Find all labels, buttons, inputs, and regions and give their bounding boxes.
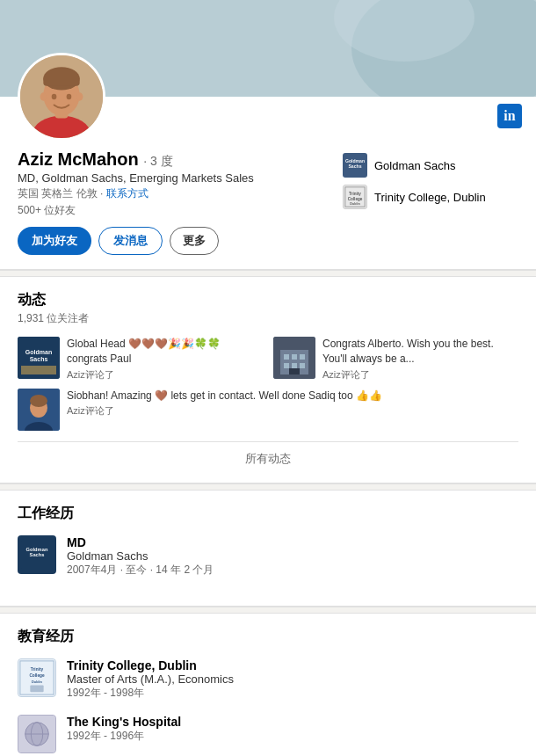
activity-text-1: Global Head 🤎🤎🤎🎉🎉🍀🍀 congrats Paul Aziz评论…	[67, 337, 263, 382]
svg-point-12	[76, 92, 83, 100]
edu-school-1: Trinity College, Dublin	[67, 658, 518, 672]
see-all-activity: 所有动态	[18, 441, 518, 469]
degree-badge: · 3 度	[143, 154, 172, 168]
experience-section: 工作经历 Goldman Sachs MD Goldman Sachs 2007…	[0, 491, 536, 607]
edu-degree-1: Master of Arts (M.A.), Economics	[67, 672, 518, 686]
company-gs[interactable]: Goldman Sachs Goldman Sachs	[343, 153, 518, 178]
section-divider-2	[0, 483, 536, 491]
activity-item-3[interactable]: Siobhan! Amazing 🤎 lets get in contact. …	[18, 389, 518, 431]
edu-years-2: 1992年 - 1996年	[67, 729, 518, 744]
exp-duration-1: 2007年4月 · 至今 · 14 年 2 个月	[67, 563, 518, 578]
gs-company-name: Goldman Sachs	[374, 159, 456, 172]
svg-text:College: College	[348, 197, 363, 201]
svg-rect-8	[43, 76, 79, 86]
edu-item-2[interactable]: The King's Hospital 1992年 - 1996年	[18, 715, 518, 753]
edu-details-1: Trinity College, Dublin Master of Arts (…	[67, 658, 518, 701]
svg-rect-29	[300, 354, 305, 360]
tc-logo: Trinity College Dublin	[343, 185, 367, 209]
svg-point-11	[40, 92, 47, 100]
company-trinity[interactable]: Trinity College Dublin Trinity College, …	[343, 185, 518, 209]
svg-rect-31	[292, 363, 297, 368]
education-title: 教育经历	[18, 628, 518, 646]
profile-location: 英国 英格兰 伦敦 · 联系方式	[18, 186, 343, 201]
activity-text-2: Congrats Alberto. Wish you the best. You…	[322, 337, 518, 382]
svg-text:Trinity: Trinity	[31, 667, 44, 672]
activity-followers: 1,931 位关注者	[18, 311, 518, 326]
profile-title: MD, Goldman Sachs, Emerging Markets Sale…	[18, 171, 343, 185]
more-button[interactable]: 更多	[170, 227, 219, 255]
connections-count: 500+ 位好友	[18, 203, 343, 218]
exp-company-1: Goldman Sachs	[67, 549, 518, 563]
activity-meta-3: Aziz评论了	[67, 404, 518, 418]
activity-content-2: Congrats Alberto. Wish you the best. You…	[322, 337, 518, 367]
svg-rect-32	[300, 363, 305, 368]
activity-title: 动态	[18, 291, 518, 309]
linkedin-icon: in	[497, 104, 522, 128]
svg-point-37	[30, 395, 47, 407]
tc-company-name: Trinity College, Dublin	[374, 191, 486, 204]
svg-text:Sachs: Sachs	[348, 164, 361, 169]
section-divider-3	[0, 607, 536, 614]
edu-school-2: The King's Hospital	[67, 715, 518, 729]
activity-content-3: Siobhan! Amazing 🤎 lets get in contact. …	[67, 389, 518, 403]
profile-card: in Aziz McMahon · 3 度 MD, Goldman Sachs,…	[0, 97, 536, 270]
svg-rect-30	[284, 363, 289, 368]
svg-text:Trinity: Trinity	[349, 192, 361, 196]
svg-text:Dublin: Dublin	[32, 680, 42, 683]
exp-role-1: MD	[67, 535, 518, 549]
avatar	[18, 53, 105, 141]
exp-item-1[interactable]: Goldman Sachs MD Goldman Sachs 2007年4月 ·…	[18, 535, 518, 578]
edu-years-1: 1992年 - 1998年	[67, 686, 518, 701]
activity-text-3: Siobhan! Amazing 🤎 lets get in contact. …	[67, 389, 518, 418]
activity-content-1: Global Head 🤎🤎🤎🎉🎉🍀🍀 congrats Paul	[67, 337, 263, 367]
svg-text:Goldman: Goldman	[26, 547, 48, 552]
edu-item-1[interactable]: Trinity College Dublin Trinity College, …	[18, 658, 518, 701]
svg-text:College: College	[29, 673, 45, 678]
svg-rect-27	[284, 354, 289, 360]
edu-details-2: The King's Hospital 1992年 - 1996年	[67, 715, 518, 744]
svg-point-9	[52, 94, 57, 100]
svg-rect-33	[289, 368, 300, 374]
svg-rect-24	[21, 366, 56, 374]
svg-rect-28	[292, 354, 297, 360]
exp-details-1: MD Goldman Sachs 2007年4月 · 至今 · 14 年 2 个…	[67, 535, 518, 578]
message-button[interactable]: 发消息	[98, 227, 163, 255]
activity-meta-2: Aziz评论了	[322, 368, 518, 382]
trinity-logo: Trinity College Dublin	[18, 658, 56, 697]
svg-text:Goldman: Goldman	[25, 349, 52, 355]
svg-text:Goldman: Goldman	[345, 158, 365, 164]
exp-gs-logo: Goldman Sachs	[18, 535, 56, 574]
activity-thumb-1: Goldman Sachs	[18, 337, 60, 379]
svg-text:Dublin: Dublin	[350, 202, 360, 206]
svg-point-10	[67, 94, 72, 100]
activity-item-2[interactable]: Congrats Alberto. Wish you the best. You…	[273, 337, 518, 382]
profile-actions: 加为好友 发消息 更多	[18, 227, 343, 255]
activity-grid: Goldman Sachs Global Head 🤎🤎🤎🎉🎉🍀🍀 congra…	[18, 337, 518, 382]
activity-item-1[interactable]: Goldman Sachs Global Head 🤎🤎🤎🎉🎉🍀🍀 congra…	[18, 337, 263, 382]
activity-section: 动态 1,931 位关注者 Goldman Sachs Global Head …	[0, 277, 536, 483]
activity-meta-1: Aziz评论了	[67, 368, 263, 382]
svg-text:Sachs: Sachs	[30, 356, 48, 362]
kings-logo	[18, 715, 56, 753]
profile-name: Aziz McMahon · 3 度	[18, 149, 343, 170]
profile-companies: Goldman Sachs Goldman Sachs Trinity Coll…	[343, 153, 518, 209]
activity-thumb-3	[18, 389, 60, 431]
section-divider-1	[0, 270, 536, 277]
gs-logo: Goldman Sachs	[343, 153, 367, 178]
experience-title: 工作经历	[18, 505, 518, 523]
profile-left: Aziz McMahon · 3 度 MD, Goldman Sachs, Em…	[18, 149, 343, 255]
svg-rect-46	[30, 685, 43, 692]
contact-link[interactable]: 联系方式	[106, 187, 148, 200]
education-section: 教育经历 Trinity College Dublin Trinity Coll…	[0, 614, 536, 756]
activity-thumb-2	[273, 337, 315, 379]
add-friend-button[interactable]: 加为好友	[18, 227, 91, 255]
see-all-link[interactable]: 所有动态	[245, 452, 291, 465]
svg-text:Sachs: Sachs	[30, 552, 45, 557]
